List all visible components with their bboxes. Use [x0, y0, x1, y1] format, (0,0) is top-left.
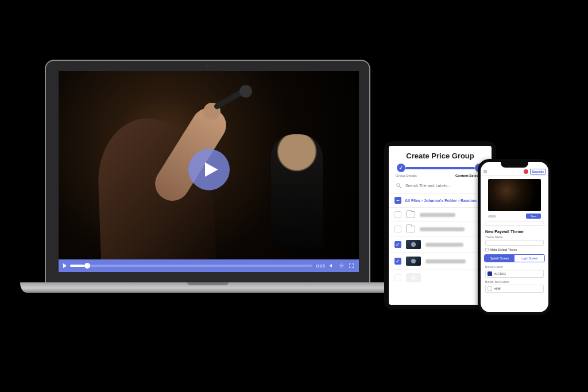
search-icon	[396, 183, 402, 189]
row-checkbox[interactable]	[394, 274, 401, 281]
video-controls: 0:05	[59, 259, 359, 272]
tab-splash[interactable]: Splash Screen	[485, 255, 514, 262]
preview-label	[488, 215, 496, 218]
colour-swatch-icon	[488, 271, 492, 276]
tablet-screen: Create Price Group ✓ 2 Group Details Con…	[389, 146, 492, 305]
list-item[interactable]	[389, 269, 492, 286]
svg-line-2	[400, 187, 401, 188]
fullscreen-icon[interactable]	[349, 263, 354, 269]
phone-screen: Upgrade Open New Paywall Theme Theme Nam…	[481, 162, 548, 312]
guitarist-figure	[271, 134, 323, 249]
row-checkbox[interactable]	[394, 226, 401, 232]
microphone-icon	[213, 90, 243, 110]
upgrade-button[interactable]: Upgrade	[530, 169, 546, 174]
theme-preview	[488, 179, 541, 211]
menu-icon[interactable]	[483, 169, 488, 174]
phone-frame: Upgrade Open New Paywall Theme Theme Nam…	[478, 159, 551, 315]
volume-icon[interactable]	[329, 263, 335, 269]
play-button[interactable]	[188, 149, 230, 190]
scrubber-handle[interactable]	[84, 263, 90, 269]
camera-icon	[207, 65, 208, 67]
laptop-bezel: 0:05	[45, 60, 370, 284]
video-thumb-icon	[406, 240, 421, 249]
play-icon	[202, 161, 219, 178]
tab-login[interactable]: Login Screen	[514, 255, 544, 262]
section-title: New Paywall Theme	[481, 226, 548, 235]
colour-swatch-icon	[488, 286, 492, 291]
theme-name-label: Theme Name	[481, 235, 548, 239]
theme-name-input[interactable]	[485, 240, 544, 246]
button-colour-input[interactable]: #1F3193	[485, 270, 544, 278]
row-checkbox[interactable]: ✓	[394, 258, 401, 265]
row-label	[425, 259, 466, 263]
step-one-label: Group Details	[396, 174, 417, 177]
breadcrumb[interactable]: – All Files › Johanna's Folder › Random	[389, 193, 492, 207]
notification-icon[interactable]	[524, 169, 528, 174]
row-label	[420, 227, 465, 231]
list-item[interactable]: ✓	[389, 253, 492, 269]
scrubber-fill	[70, 265, 84, 267]
default-theme-row[interactable]: Make Default Theme	[481, 248, 548, 254]
preview-open-button[interactable]: Open	[526, 214, 541, 219]
breadcrumb-text[interactable]: All Files › Johanna's Folder › Random	[405, 199, 477, 203]
button-colour-value: #1F3193	[494, 272, 506, 275]
video-thumb-icon	[406, 273, 421, 282]
list-item[interactable]	[389, 222, 492, 236]
folder-icon	[406, 226, 415, 232]
row-label	[425, 243, 463, 247]
step-one-done-icon[interactable]: ✓	[397, 164, 405, 172]
list-item[interactable]	[389, 207, 492, 222]
video-player[interactable]: 0:05	[59, 71, 359, 272]
scrubber[interactable]	[70, 265, 312, 267]
time-label: 0:05	[316, 263, 325, 269]
row-label	[420, 213, 455, 217]
screen-tabs: Splash Screen Login Screen	[484, 254, 545, 262]
step-connector	[405, 167, 475, 169]
settings-icon[interactable]	[339, 263, 345, 269]
button-text-colour-value: #ffffff	[494, 287, 501, 290]
button-colour-label: Button Colour	[481, 265, 548, 269]
svg-point-0	[341, 265, 343, 267]
stepper: ✓ 2	[389, 164, 492, 172]
microphone-head-icon	[239, 85, 252, 98]
laptop-base	[20, 282, 395, 293]
video-thumb-icon	[406, 257, 421, 266]
list-item[interactable]: ✓	[389, 236, 492, 253]
preview-caption-box	[485, 221, 544, 226]
button-text-colour-label: Button Text Colour	[481, 280, 548, 284]
select-all-checkbox[interactable]: –	[394, 197, 401, 204]
default-theme-checkbox[interactable]	[485, 248, 489, 251]
search-bar[interactable]	[389, 181, 492, 193]
search-input[interactable]	[405, 184, 485, 188]
default-theme-label: Make Default Theme	[490, 248, 517, 251]
play-small-icon[interactable]	[63, 263, 67, 268]
row-checkbox[interactable]: ✓	[394, 241, 401, 248]
row-checkbox[interactable]	[394, 211, 401, 218]
notch	[501, 162, 528, 168]
laptop-frame: 0:05	[45, 60, 370, 284]
svg-point-1	[397, 184, 400, 187]
button-text-colour-input[interactable]: #ffffff	[485, 285, 544, 293]
page-title: Create Price Group	[389, 146, 492, 164]
app-header: Upgrade	[481, 168, 548, 176]
folder-icon	[406, 211, 415, 218]
